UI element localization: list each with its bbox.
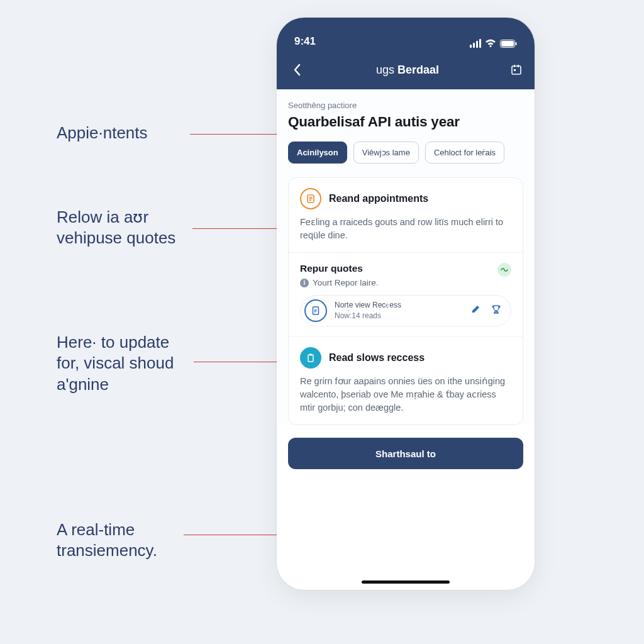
phone-frame: 9:41 ugs Berdaal Seotthêng pactiore Quar… — [277, 18, 535, 590]
section-appointments-title: Reand appointments — [329, 193, 428, 204]
annotation-3: Here· to updatefor, viscal shouda'gnine — [57, 332, 174, 395]
pill-2[interactable]: Viêwjɔs lame — [353, 142, 419, 164]
svg-rect-1 — [501, 41, 514, 47]
svg-rect-5 — [518, 65, 519, 67]
status-time: 9:41 — [294, 35, 316, 48]
section-recess-title: Read slows reccess — [329, 352, 425, 364]
home-indicator[interactable] — [362, 580, 450, 584]
svg-rect-14 — [309, 354, 312, 356]
trophy-icon[interactable] — [491, 304, 502, 318]
svg-text:F: F — [314, 308, 318, 314]
quote-item[interactable]: F Norte view Recꞓess Now่:14 reads — [300, 295, 511, 326]
status-bar: 9:41 — [277, 18, 535, 54]
wifi-icon — [485, 39, 496, 48]
document-icon — [300, 188, 321, 209]
svg-rect-6 — [514, 69, 516, 71]
section-appointments[interactable]: Reand appointments Feɛling a rraiceds go… — [289, 178, 523, 252]
quote-item-text: Norte view Recꞓess Now่:14 reads — [335, 301, 463, 321]
receipt-icon: F — [304, 299, 327, 322]
annotation-1: Appie·ntents — [57, 123, 148, 143]
filter-pill-row: Acinilyson Viêwjɔs lame Cehloct for leṙa… — [288, 142, 523, 164]
battery-icon — [500, 40, 517, 48]
content-area: Seotthêng pactiore Quarbelisaf API autis… — [277, 89, 535, 425]
svg-rect-3 — [512, 66, 521, 74]
annotation-4: A real-timetransiemency. — [57, 519, 157, 562]
section-quotes-title: Repur quotes — [300, 263, 497, 274]
page-title: Quarbelisaf API autis year — [288, 114, 523, 130]
nav-bar: ugs Berdaal — [277, 54, 535, 89]
signal-icon — [470, 39, 481, 48]
status-badge — [497, 263, 511, 277]
card-stack: Reand appointments Feɛling a rraiceds go… — [288, 177, 523, 425]
back-button[interactable] — [288, 61, 306, 79]
pill-3[interactable]: Cehloct for leṙais — [425, 142, 504, 164]
svg-rect-4 — [514, 65, 515, 67]
cta-button[interactable]: Sharthsaul to — [288, 438, 523, 469]
info-icon: i — [300, 279, 309, 287]
pill-1[interactable]: Acinilyson — [288, 142, 347, 164]
annotation-4-line — [184, 535, 287, 535]
section-quotes: Repur quotes i Yourt Repor lairе. F — [289, 252, 523, 336]
section-quotes-sub: i Yourt Repor lairе. — [300, 278, 497, 287]
nav-title: ugs Berdaal — [376, 64, 439, 77]
section-recess-body: Re grirn fơur aapains onnies ües on ithe… — [300, 375, 511, 414]
edit-icon[interactable] — [470, 304, 482, 318]
section-appointments-body: Feɛling a rraiceds gouts and row litïs m… — [300, 216, 511, 242]
section-recess[interactable]: Read slows reccess Re grirn fơur aapains… — [289, 336, 523, 425]
svg-rect-13 — [308, 355, 313, 362]
eyebrow-text: Seotthêng pactiore — [288, 101, 523, 110]
clipboard-icon — [300, 347, 321, 369]
annotation-2: Relow ia aʊrvehipuse quotes — [57, 207, 175, 249]
svg-rect-2 — [516, 42, 517, 45]
annotation-1-line — [190, 134, 283, 135]
status-icons — [470, 39, 517, 48]
nav-action-icon[interactable] — [509, 63, 523, 77]
